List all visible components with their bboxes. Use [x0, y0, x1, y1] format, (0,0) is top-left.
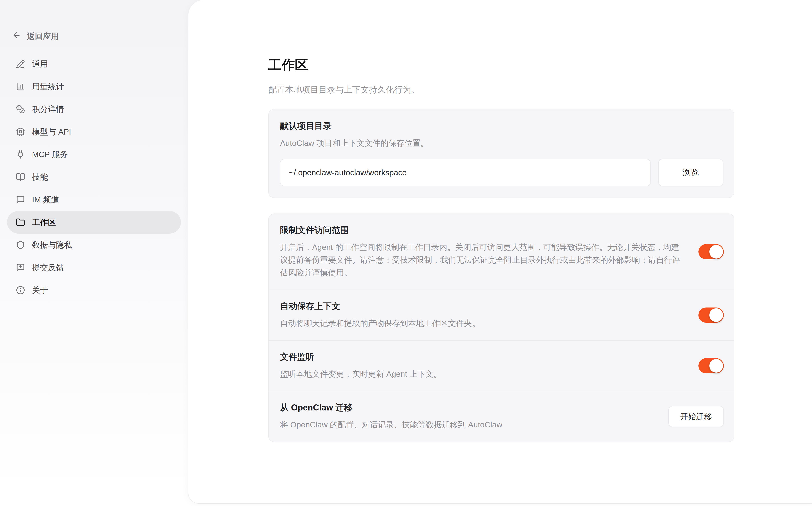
- toggle-knob: [709, 359, 723, 372]
- sidebar-item-label: 技能: [32, 172, 48, 182]
- back-to-app-label: 返回应用: [27, 31, 59, 42]
- restrict-file-access-toggle[interactable]: [698, 244, 724, 259]
- sidebar: 返回应用 通用用量统计积分详情模型与 APIMCP 服务技能IM 频道工作区数据…: [0, 0, 188, 506]
- sidebar-item-im-channels[interactable]: IM 频道: [7, 188, 181, 211]
- setting-description: 将 OpenClaw 的配置、对话记录、技能等数据迁移到 AutoClaw: [280, 418, 653, 431]
- directory-card-description: AutoClaw 项目和上下文文件的保存位置。: [280, 137, 723, 150]
- cpu-icon: [16, 127, 25, 136]
- browse-button[interactable]: 浏览: [658, 159, 723, 186]
- setting-row-auto-save-context: 自动保存上下文自动将聊天记录和提取的产物保存到本地工作区文件夹。: [269, 289, 734, 340]
- setting-row-restrict-file-access: 限制文件访问范围开启后，Agent 的工作空间将限制在工作目录内。关闭后可访问更…: [269, 214, 734, 289]
- setting-description: 开启后，Agent 的工作空间将限制在工作目录内。关闭后可访问更大范围，可能导致…: [280, 241, 683, 279]
- file-watch-toggle[interactable]: [698, 358, 724, 373]
- bar-chart-icon: [16, 82, 25, 91]
- pencil-icon: [16, 60, 25, 69]
- settings-content: 工作区 配置本地项目目录与上下文持久化行为。 默认项目目录 AutoClaw 项…: [268, 0, 734, 442]
- sidebar-item-label: 工作区: [32, 217, 56, 228]
- sidebar-item-label: 模型与 API: [32, 126, 71, 137]
- setting-text: 文件监听监听本地文件变更，实时更新 Agent 上下文。: [280, 351, 683, 381]
- auto-save-context-toggle[interactable]: [698, 308, 724, 323]
- sidebar-item-label: 关于: [32, 285, 48, 296]
- page-title: 工作区: [268, 56, 734, 74]
- sidebar-item-about[interactable]: 关于: [7, 279, 181, 302]
- setting-title: 限制文件访问范围: [280, 225, 683, 236]
- migrate-from-openclaw-button[interactable]: 开始迁移: [668, 406, 724, 427]
- toggle-knob: [709, 308, 723, 322]
- sidebar-item-privacy[interactable]: 数据与隐私: [7, 234, 181, 256]
- setting-description: 监听本地文件变更，实时更新 Agent 上下文。: [280, 368, 683, 381]
- back-to-app-button[interactable]: 返回应用: [12, 29, 59, 43]
- default-directory-card: 默认项目目录 AutoClaw 项目和上下文文件的保存位置。 浏览: [268, 109, 734, 198]
- folder-icon: [16, 218, 25, 227]
- toggle-knob: [709, 245, 723, 259]
- setting-title: 自动保存上下文: [280, 301, 683, 312]
- sidebar-item-label: 数据与隐私: [32, 240, 72, 250]
- plug-icon: [16, 150, 25, 159]
- sidebar-item-label: 用量统计: [32, 81, 64, 92]
- message-square-icon: [16, 195, 25, 204]
- sidebar-item-models-api[interactable]: 模型与 API: [7, 120, 181, 143]
- sidebar-item-usage[interactable]: 用量统计: [7, 75, 181, 98]
- sidebar-item-mcp[interactable]: MCP 服务: [7, 143, 181, 166]
- sidebar-item-label: 提交反馈: [32, 262, 64, 273]
- arrow-left-icon: [12, 31, 21, 42]
- sidebar-item-label: 积分详情: [32, 104, 64, 115]
- main-panel: 工作区 配置本地项目目录与上下文持久化行为。 默认项目目录 AutoClaw 项…: [188, 0, 812, 504]
- setting-row-migrate-from-openclaw: 从 OpenClaw 迁移将 OpenClaw 的配置、对话记录、技能等数据迁移…: [269, 391, 734, 442]
- app-window: 返回应用 通用用量统计积分详情模型与 APIMCP 服务技能IM 频道工作区数据…: [0, 0, 812, 506]
- setting-row-file-watch: 文件监听监听本地文件变更，实时更新 Agent 上下文。: [269, 340, 734, 391]
- workspace-settings-card: 限制文件访问范围开启后，Agent 的工作空间将限制在工作目录内。关闭后可访问更…: [268, 214, 734, 442]
- setting-title: 从 OpenClaw 迁移: [280, 402, 653, 413]
- book-open-icon: [16, 173, 25, 181]
- sidebar-nav: 通用用量统计积分详情模型与 APIMCP 服务技能IM 频道工作区数据与隐私提交…: [7, 53, 181, 302]
- setting-text: 从 OpenClaw 迁移将 OpenClaw 的配置、对话记录、技能等数据迁移…: [280, 402, 653, 431]
- page-subtitle: 配置本地项目目录与上下文持久化行为。: [268, 84, 734, 95]
- setting-text: 限制文件访问范围开启后，Agent 的工作空间将限制在工作目录内。关闭后可访问更…: [280, 225, 683, 279]
- sidebar-item-general[interactable]: 通用: [7, 53, 181, 75]
- workspace-path-input[interactable]: [280, 159, 651, 186]
- message-square-plus-icon: [16, 263, 25, 272]
- sidebar-item-workspace[interactable]: 工作区: [7, 211, 181, 234]
- sidebar-item-skills[interactable]: 技能: [7, 166, 181, 188]
- sidebar-item-label: 通用: [32, 59, 48, 69]
- coins-icon: [16, 105, 25, 114]
- info-icon: [16, 286, 25, 294]
- setting-title: 文件监听: [280, 351, 683, 363]
- sidebar-item-label: MCP 服务: [32, 149, 68, 160]
- setting-description: 自动将聊天记录和提取的产物保存到本地工作区文件夹。: [280, 317, 683, 330]
- shield-icon: [16, 240, 25, 249]
- directory-card-title: 默认项目目录: [280, 120, 723, 132]
- sidebar-item-feedback[interactable]: 提交反馈: [7, 256, 181, 279]
- sidebar-item-label: IM 频道: [32, 194, 59, 205]
- directory-input-row: 浏览: [280, 159, 723, 186]
- sidebar-item-credits[interactable]: 积分详情: [7, 98, 181, 120]
- setting-text: 自动保存上下文自动将聊天记录和提取的产物保存到本地工作区文件夹。: [280, 301, 683, 330]
